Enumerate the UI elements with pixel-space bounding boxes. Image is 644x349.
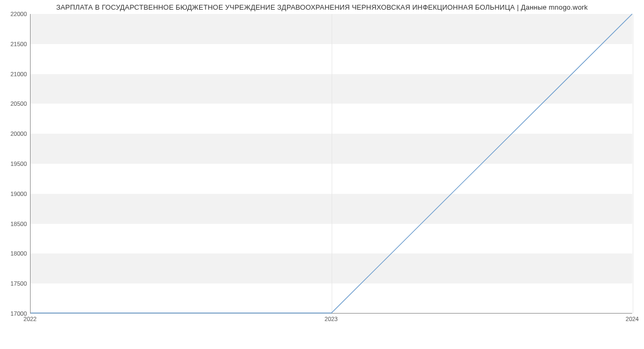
ytick-label: 21000 [3, 71, 27, 77]
ytick-label: 21500 [3, 41, 27, 47]
xtick-label: 2023 [325, 316, 338, 322]
plot-area [30, 14, 632, 314]
ytick-label: 19000 [3, 191, 27, 197]
xtick-label: 2022 [24, 316, 36, 322]
ytick-label: 20000 [3, 130, 27, 137]
ytick-label: 20500 [3, 100, 27, 107]
ytick-label: 19500 [3, 161, 27, 167]
ytick-label: 22000 [3, 11, 27, 17]
vgridline [633, 14, 633, 313]
salary-line [31, 14, 632, 313]
chart-title: ЗАРПЛАТА В ГОСУДАРСТВЕННОЕ БЮДЖЕТНОЕ УЧР… [0, 3, 644, 11]
ytick-label: 17500 [3, 280, 27, 287]
line-layer [31, 14, 632, 313]
ytick-label: 18000 [3, 250, 27, 257]
xtick-label: 2024 [626, 316, 639, 322]
ytick-label: 18500 [3, 221, 27, 227]
